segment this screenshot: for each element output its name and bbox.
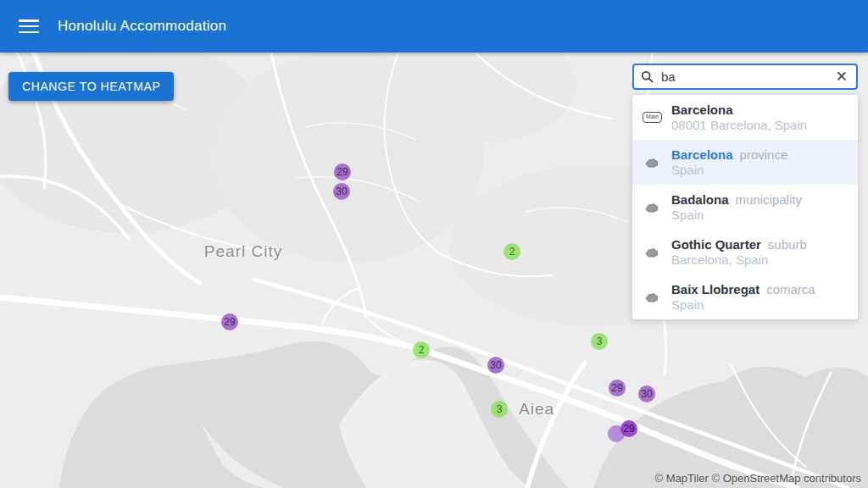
result-subtitle: Spain xyxy=(671,163,787,177)
search-result-item[interactable]: BarcelonaprovinceSpain xyxy=(632,140,858,185)
result-type: municipality xyxy=(736,192,802,207)
map-cluster-marker[interactable]: 29 xyxy=(620,420,637,437)
result-subtitle: 08001 Barcelona, Spain xyxy=(671,118,807,132)
app-title: Honolulu Accommodation xyxy=(58,18,226,35)
change-to-heatmap-button[interactable]: CHANGE TO HEATMAP xyxy=(8,72,174,101)
map-place-label: Pearl City xyxy=(204,242,282,261)
search-box[interactable]: ✕ xyxy=(632,64,858,90)
map-cluster-marker[interactable]: 29 xyxy=(609,380,626,396)
map-place-label: Aiea xyxy=(519,400,554,419)
result-type: suburb xyxy=(768,237,807,252)
result-title: Baix Llobregat xyxy=(671,282,760,297)
search-result-item[interactable]: Gothic QuartersuburbBarcelona, Spain xyxy=(632,230,858,274)
result-title: Barcelona xyxy=(671,103,733,117)
result-type: comarca xyxy=(766,282,815,297)
result-type: province xyxy=(740,147,788,162)
search-panel: ✕ MainBarcelona08001 Barcelona, SpainBar… xyxy=(632,64,858,90)
map-cluster-marker[interactable]: 2 xyxy=(504,243,520,260)
menu-icon[interactable] xyxy=(19,19,39,33)
search-result-item[interactable]: Baix LlobregatcomarcaSpain xyxy=(632,274,858,319)
result-subtitle: Barcelona, Spain xyxy=(671,252,807,267)
map-cluster-marker[interactable]: 29 xyxy=(221,313,238,330)
result-subtitle: Spain xyxy=(671,208,802,222)
search-result-item[interactable]: BadalonamunicipalitySpain xyxy=(632,185,858,230)
region-blob-icon xyxy=(639,291,665,304)
result-subtitle: Spain xyxy=(671,297,815,312)
road-badge-icon: Main xyxy=(639,112,665,123)
search-icon xyxy=(641,70,654,83)
result-title: Badalona xyxy=(671,192,729,207)
map-cluster-marker[interactable]: 2 xyxy=(413,341,430,358)
region-blob-icon xyxy=(639,246,665,259)
clear-search-icon[interactable]: ✕ xyxy=(834,69,849,84)
search-result-item[interactable]: MainBarcelona08001 Barcelona, Spain xyxy=(632,95,858,140)
region-blob-icon xyxy=(639,156,665,169)
map-cluster-marker[interactable]: 29 xyxy=(334,164,351,180)
result-title: Gothic Quarter xyxy=(671,237,761,252)
region-blob-icon xyxy=(639,201,665,214)
map-cluster-marker[interactable]: 3 xyxy=(491,401,508,418)
map-cluster-marker[interactable]: 30 xyxy=(638,385,655,402)
search-input[interactable] xyxy=(659,69,834,85)
search-results: MainBarcelona08001 Barcelona, SpainBarce… xyxy=(632,95,858,319)
map-cluster-marker[interactable]: 3 xyxy=(591,333,608,350)
result-title: Barcelona xyxy=(671,147,733,162)
map-attribution: © MapTiler © OpenStreetMap contributors xyxy=(655,472,861,485)
map-cluster-marker[interactable]: 30 xyxy=(333,183,350,200)
map-cluster-marker[interactable]: 30 xyxy=(487,357,504,374)
app-header: Honolulu Accommodation xyxy=(0,0,868,53)
